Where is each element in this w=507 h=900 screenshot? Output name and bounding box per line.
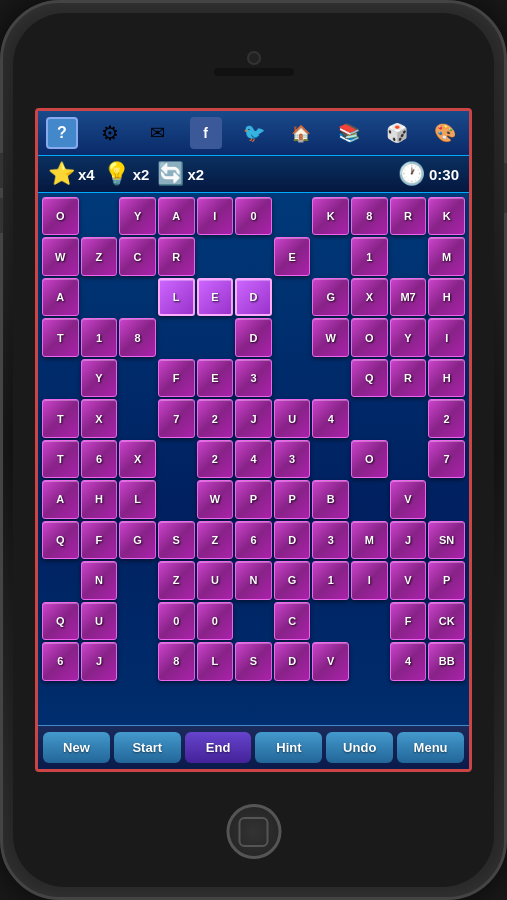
menu-button[interactable]: Menu: [397, 732, 464, 763]
grid-cell[interactable]: X: [81, 399, 118, 437]
grid-cell[interactable]: Z: [81, 237, 118, 275]
grid-cell[interactable]: 4: [390, 642, 427, 680]
grid-cell[interactable]: 3: [235, 359, 272, 397]
grid-cell[interactable]: P: [235, 480, 272, 518]
grid-cell[interactable]: F: [390, 602, 427, 640]
grid-cell[interactable]: 6: [42, 642, 79, 680]
grid-cell[interactable]: Q: [351, 359, 388, 397]
new-button[interactable]: New: [43, 732, 110, 763]
grid-cell[interactable]: F: [158, 359, 195, 397]
grid-cell[interactable]: W: [42, 237, 79, 275]
end-button[interactable]: End: [185, 732, 252, 763]
grid-cell[interactable]: X: [351, 278, 388, 316]
share-icon[interactable]: 🏠: [285, 117, 317, 149]
grid-cell[interactable]: Z: [197, 521, 234, 559]
grid-cell[interactable]: G: [274, 561, 311, 599]
grid-cell[interactable]: 7: [428, 440, 465, 478]
start-button[interactable]: Start: [114, 732, 181, 763]
grid-cell[interactable]: Q: [42, 602, 79, 640]
grid-cell[interactable]: M: [428, 237, 465, 275]
grid-cell[interactable]: N: [81, 561, 118, 599]
grid-cell[interactable]: T: [42, 399, 79, 437]
grid-cell[interactable]: E: [274, 237, 311, 275]
grid-cell[interactable]: 3: [312, 521, 349, 559]
grid-cell[interactable]: A: [42, 480, 79, 518]
grid-cell[interactable]: U: [81, 602, 118, 640]
grid-cell[interactable]: 0: [197, 602, 234, 640]
grid-cell[interactable]: Y: [81, 359, 118, 397]
grid-cell[interactable]: D: [235, 278, 272, 316]
help-icon[interactable]: ?: [46, 117, 78, 149]
grid-cell[interactable]: V: [390, 480, 427, 518]
grid-cell[interactable]: D: [274, 521, 311, 559]
grid-cell[interactable]: 3: [274, 440, 311, 478]
grid-cell[interactable]: V: [390, 561, 427, 599]
grid-cell[interactable]: T: [42, 440, 79, 478]
grid-cell[interactable]: J: [81, 642, 118, 680]
settings-icon[interactable]: ⚙: [94, 117, 126, 149]
grid-cell[interactable]: N: [235, 561, 272, 599]
grid-cell[interactable]: F: [81, 521, 118, 559]
grid-cell[interactable]: 0: [235, 197, 272, 235]
vol-down-button[interactable]: [0, 198, 3, 233]
cube-icon[interactable]: 🎲: [381, 117, 413, 149]
grid-cell[interactable]: C: [119, 237, 156, 275]
vol-up-button[interactable]: [0, 153, 3, 188]
grid-cell[interactable]: E: [197, 359, 234, 397]
palette-icon[interactable]: 🎨: [429, 117, 461, 149]
grid-cell[interactable]: V: [312, 642, 349, 680]
grid-cell[interactable]: U: [274, 399, 311, 437]
grid-cell[interactable]: 0: [158, 602, 195, 640]
grid-cell[interactable]: M7: [390, 278, 427, 316]
grid-cell[interactable]: 2: [197, 440, 234, 478]
grid-cell[interactable]: H: [428, 278, 465, 316]
grid-cell[interactable]: J: [235, 399, 272, 437]
grid-cell[interactable]: T: [42, 318, 79, 356]
grid-cell[interactable]: H: [81, 480, 118, 518]
grid-cell[interactable]: SN: [428, 521, 465, 559]
grid-cell[interactable]: 8: [351, 197, 388, 235]
grid-cell[interactable]: A: [158, 197, 195, 235]
grid-cell[interactable]: C: [274, 602, 311, 640]
grid-cell[interactable]: W: [197, 480, 234, 518]
grid-cell[interactable]: S: [235, 642, 272, 680]
grid-cell[interactable]: P: [428, 561, 465, 599]
grid-cell[interactable]: K: [428, 197, 465, 235]
grid-cell[interactable]: I: [351, 561, 388, 599]
grid-cell[interactable]: J: [390, 521, 427, 559]
grid-cell[interactable]: Z: [158, 561, 195, 599]
grid-cell[interactable]: X: [119, 440, 156, 478]
grid-cell[interactable]: O: [42, 197, 79, 235]
grid-cell[interactable]: L: [119, 480, 156, 518]
facebook-icon[interactable]: f: [190, 117, 222, 149]
grid-cell[interactable]: 8: [158, 642, 195, 680]
grid-cell[interactable]: BB: [428, 642, 465, 680]
grid-cell[interactable]: K: [312, 197, 349, 235]
grid-cell[interactable]: 1: [312, 561, 349, 599]
grid-cell[interactable]: 6: [81, 440, 118, 478]
stack-icon[interactable]: 📚: [333, 117, 365, 149]
grid-cell[interactable]: R: [158, 237, 195, 275]
grid-cell[interactable]: G: [119, 521, 156, 559]
grid-cell[interactable]: Y: [390, 318, 427, 356]
grid-cell[interactable]: O: [351, 318, 388, 356]
grid-cell[interactable]: I: [428, 318, 465, 356]
grid-cell[interactable]: L: [158, 278, 195, 316]
grid-cell[interactable]: 2: [197, 399, 234, 437]
grid-cell[interactable]: 2: [428, 399, 465, 437]
grid-cell[interactable]: L: [197, 642, 234, 680]
grid-cell[interactable]: O: [351, 440, 388, 478]
grid-cell[interactable]: 6: [235, 521, 272, 559]
grid-cell[interactable]: B: [312, 480, 349, 518]
grid-cell[interactable]: R: [390, 197, 427, 235]
grid-cell[interactable]: W: [312, 318, 349, 356]
grid-cell[interactable]: 7: [158, 399, 195, 437]
grid-cell[interactable]: 4: [235, 440, 272, 478]
grid-cell[interactable]: 4: [312, 399, 349, 437]
grid-cell[interactable]: A: [42, 278, 79, 316]
grid-cell[interactable]: CK: [428, 602, 465, 640]
grid-cell[interactable]: P: [274, 480, 311, 518]
hint-button[interactable]: Hint: [255, 732, 322, 763]
twitter-icon[interactable]: 🐦: [238, 117, 270, 149]
grid-cell[interactable]: Y: [119, 197, 156, 235]
